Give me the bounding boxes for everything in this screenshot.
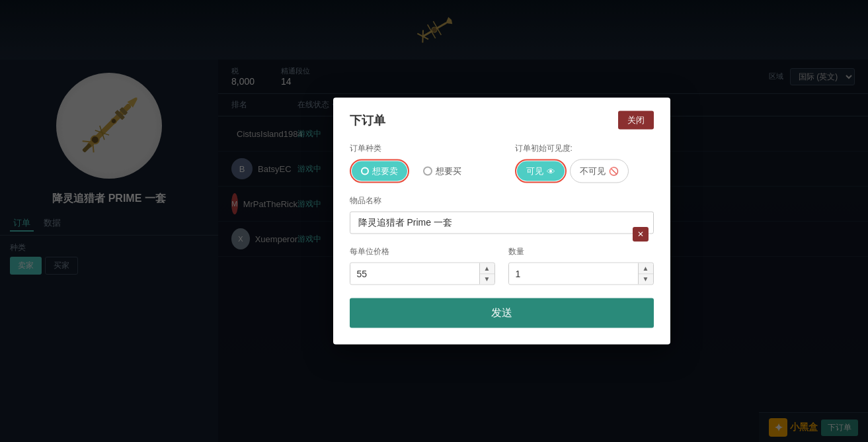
order-type-label: 订单种类 — [350, 143, 489, 154]
order-type-radio-group: 想要卖 想要买 — [350, 159, 489, 183]
order-type-group: 订单种类 想要卖 想要买 — [350, 143, 489, 183]
quantity-input-wrapper: ▲ ▼ — [508, 263, 654, 285]
visible-outline: 可见 👁 — [515, 159, 567, 183]
price-qty-row: 每单位价格 ▲ ▼ 数量 ▲ ▼ — [350, 246, 654, 285]
sell-label: 想要卖 — [372, 165, 398, 177]
price-input-wrapper: ▲ ▼ — [350, 263, 495, 285]
visible-label: 可见 — [526, 165, 543, 177]
sell-radio-dot-inner — [363, 169, 367, 173]
price-decrement-button[interactable]: ▼ — [480, 274, 494, 285]
price-input[interactable] — [350, 263, 479, 285]
price-spinner: ▲ ▼ — [479, 263, 494, 285]
eye-icon: 👁 — [547, 166, 555, 176]
buy-label: 想要买 — [436, 165, 461, 177]
clear-input-button[interactable]: ✕ — [633, 227, 649, 242]
modal-header: 下订单 关闭 — [350, 111, 654, 130]
quantity-increment-button[interactable]: ▲ — [639, 263, 653, 274]
quantity-decrement-button[interactable]: ▼ — [639, 274, 653, 285]
sell-radio-dot — [361, 167, 369, 175]
quantity-group: 数量 ▲ ▼ — [508, 246, 654, 285]
visibility-group-container: 订单初始可见度: 可见 👁 不可见 🚫 — [515, 143, 654, 183]
quantity-spinner: ▲ ▼ — [638, 263, 653, 285]
price-label: 每单位价格 — [350, 246, 495, 257]
send-button[interactable]: 发送 — [350, 298, 654, 328]
item-name-group: 物品名称 ✕ — [350, 195, 654, 234]
item-name-input-wrapper: ✕ — [350, 212, 654, 234]
buy-radio-button[interactable]: 想要买 — [413, 159, 472, 183]
quantity-label: 数量 — [508, 246, 654, 257]
price-increment-button[interactable]: ▲ — [480, 263, 494, 274]
sell-radio-outline: 想要卖 — [350, 159, 409, 183]
visibility-label: 订单初始可见度: — [515, 143, 654, 154]
close-button[interactable]: 关闭 — [618, 111, 654, 130]
modal-title: 下订单 — [350, 112, 385, 128]
form-top-row: 订单种类 想要卖 想要买 订 — [350, 143, 654, 183]
order-modal: 下订单 关闭 订单种类 想要卖 想要买 — [333, 98, 670, 345]
item-name-input[interactable] — [350, 212, 654, 234]
invisible-label: 不可见 — [580, 165, 606, 177]
price-group: 每单位价格 ▲ ▼ — [350, 246, 495, 285]
buy-radio-circle — [423, 167, 432, 176]
invisible-button[interactable]: 不可见 🚫 — [570, 159, 629, 183]
visible-button[interactable]: 可见 👁 — [517, 161, 565, 181]
sell-radio-button[interactable]: 想要卖 — [352, 161, 407, 181]
eye-slash-icon: 🚫 — [609, 167, 619, 176]
item-name-label: 物品名称 — [350, 195, 654, 206]
quantity-input[interactable] — [509, 263, 638, 285]
visibility-group: 可见 👁 不可见 🚫 — [515, 159, 654, 183]
